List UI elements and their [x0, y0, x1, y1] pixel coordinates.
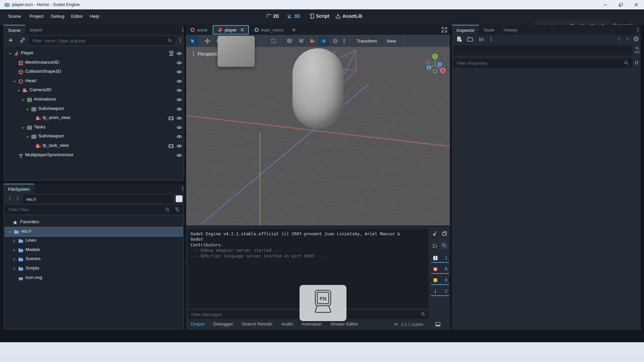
workspace-script[interactable]: Script: [309, 13, 329, 19]
bottom-tab-output[interactable]: Output: [191, 321, 205, 326]
extra-options-icon[interactable]: [341, 38, 347, 44]
scene-node-multiplayersynchronizer[interactable]: MultiplayerSynchronizer: [5, 151, 183, 160]
fs-item-res-[interactable]: res://: [5, 227, 182, 236]
expand-icon[interactable]: [8, 52, 12, 56]
visibility-eye-icon[interactable]: [176, 144, 182, 148]
toggle-bottom-panel-icon[interactable]: [435, 321, 441, 327]
search-messages-icon[interactable]: [439, 241, 448, 250]
viewport-3d[interactable]: Perspective Y X Z: [186, 47, 450, 226]
visibility-eye-icon[interactable]: [176, 79, 182, 83]
visibility-eye-icon[interactable]: [176, 116, 182, 120]
scene-node-subviewport[interactable]: SubViewport: [5, 105, 183, 114]
object-history-icon[interactable]: [633, 36, 639, 42]
view-axes-gizmo[interactable]: Y X Z: [425, 51, 446, 74]
fs-path-input[interactable]: res://: [23, 195, 173, 203]
bottom-tab-audio[interactable]: Audio: [281, 321, 293, 326]
maximize-button[interactable]: [613, 0, 629, 9]
snap-tool[interactable]: [296, 36, 306, 46]
script-icon[interactable]: [168, 51, 173, 56]
select-box-tool[interactable]: [268, 36, 279, 46]
scene-node-animations[interactable]: Animations: [5, 95, 183, 104]
history-back-icon[interactable]: [617, 37, 622, 41]
collapse-messages-icon[interactable]: [430, 242, 439, 250]
doc-search-floater[interactable]: DOC: [634, 46, 641, 55]
lock-node-icon[interactable]: [284, 36, 295, 46]
bottom-tab-animation[interactable]: Animation: [302, 321, 322, 326]
add-node-button[interactable]: [7, 37, 14, 44]
scene-tab-main_menu[interactable]: main_menu: [250, 25, 288, 35]
fs-sort-icon[interactable]: [174, 207, 179, 212]
expand-icon[interactable]: [17, 88, 21, 93]
fs-split-mode-button[interactable]: [176, 195, 182, 202]
visibility-eye-icon[interactable]: [176, 125, 182, 130]
inspector-dock-menu-icon[interactable]: [636, 27, 640, 33]
tab-history[interactable]: History: [499, 25, 522, 35]
expand-icon[interactable]: [8, 230, 12, 234]
menu-help[interactable]: Help: [90, 14, 99, 19]
view-menu[interactable]: View: [382, 39, 401, 44]
scene-node-meshinstance3d[interactable]: MeshInstance3D: [5, 58, 183, 67]
filesystem-dock-menu-icon[interactable]: [180, 186, 185, 191]
minimize-button[interactable]: [598, 0, 613, 9]
scene-node-subviewport[interactable]: SubViewport: [5, 132, 183, 141]
viewport-menu-dots[interactable]: [192, 51, 196, 56]
scene-node-collisionshape3d[interactable]: CollisionShape3D: [5, 67, 183, 76]
visibility-eye-icon[interactable]: [176, 61, 182, 65]
close-tab-icon[interactable]: [240, 28, 244, 32]
move-tool[interactable]: [202, 36, 213, 46]
expand-icon[interactable]: [25, 107, 30, 111]
scene-tab-world[interactable]: world: [186, 25, 211, 35]
scene-node-head[interactable]: Head: [5, 77, 183, 86]
tab-inspector[interactable]: Inspector: [452, 25, 479, 35]
transform-menu[interactable]: Transform: [352, 39, 382, 44]
scene-node-player[interactable]: Player: [5, 49, 183, 58]
fs-item-icon-svg[interactable]: icon.svg: [5, 274, 183, 283]
preview-icon[interactable]: [168, 144, 174, 148]
collapse-icon[interactable]: [12, 248, 16, 252]
sun-settings-toggle[interactable]: [318, 36, 329, 46]
camera-preview-toggle[interactable]: [307, 36, 318, 46]
new-resource-icon[interactable]: [456, 36, 462, 42]
scene-node-camera3d[interactable]: Camera3D: [5, 86, 183, 95]
visibility-eye-icon[interactable]: [176, 98, 182, 102]
filter-properties-input[interactable]: Filter Properties: [453, 58, 632, 68]
visibility-eye-icon[interactable]: [176, 51, 182, 56]
resource-menu-icon[interactable]: [489, 37, 493, 42]
console-badge-alert[interactable]: 1: [431, 254, 449, 263]
scene-dock-menu-icon[interactable]: [180, 27, 185, 33]
menu-editor[interactable]: Editor: [71, 14, 83, 19]
add-scene-tab[interactable]: [287, 25, 300, 35]
menu-scene[interactable]: Scene: [8, 14, 21, 19]
close-button[interactable]: [629, 0, 644, 9]
scene-node-fp_task_view[interactable]: fp_task_view: [5, 141, 183, 150]
scene-filter-input[interactable]: Filter: name, t:type, g:group: [29, 36, 175, 45]
load-resource-icon[interactable]: [467, 37, 473, 42]
fs-item-models[interactable]: Models: [5, 246, 183, 255]
menu-project[interactable]: Project: [30, 14, 44, 19]
preview-icon[interactable]: [168, 116, 174, 121]
fs-back-button[interactable]: [7, 196, 13, 201]
visibility-eye-icon[interactable]: [176, 70, 182, 74]
instance-scene-button[interactable]: [19, 37, 25, 43]
workspace-assetlib[interactable]: AssetLib: [335, 13, 362, 19]
visibility-eye-icon[interactable]: [176, 88, 182, 93]
mute-audio-icon[interactable]: [393, 322, 398, 327]
console-badge-error[interactable]: 0: [431, 265, 449, 274]
tab-node[interactable]: Node: [479, 25, 499, 35]
fs-item-scenes[interactable]: Scenes: [5, 255, 183, 264]
visibility-eye-icon[interactable]: [176, 107, 182, 111]
copy-output-icon[interactable]: [440, 230, 449, 238]
scene-tree-menu-icon[interactable]: [178, 38, 183, 43]
tab-scene[interactable]: Scene: [3, 25, 25, 35]
fs-item-scripts[interactable]: Scripts: [5, 264, 183, 273]
expand-icon[interactable]: [21, 126, 25, 130]
distraction-free-icon[interactable]: [441, 27, 447, 33]
save-resource-icon[interactable]: [479, 37, 484, 42]
fs-filter-input[interactable]: Filter Files: [5, 205, 183, 214]
scene-node-fp_anim_view[interactable]: fp_anim_view: [5, 114, 183, 123]
expand-icon[interactable]: [12, 79, 16, 83]
expand-icon[interactable]: [21, 98, 25, 102]
menu-debug[interactable]: Debug: [51, 14, 64, 19]
fs-forward-button[interactable]: [15, 196, 20, 201]
scene-node-tasks[interactable]: Tasks: [5, 123, 183, 132]
